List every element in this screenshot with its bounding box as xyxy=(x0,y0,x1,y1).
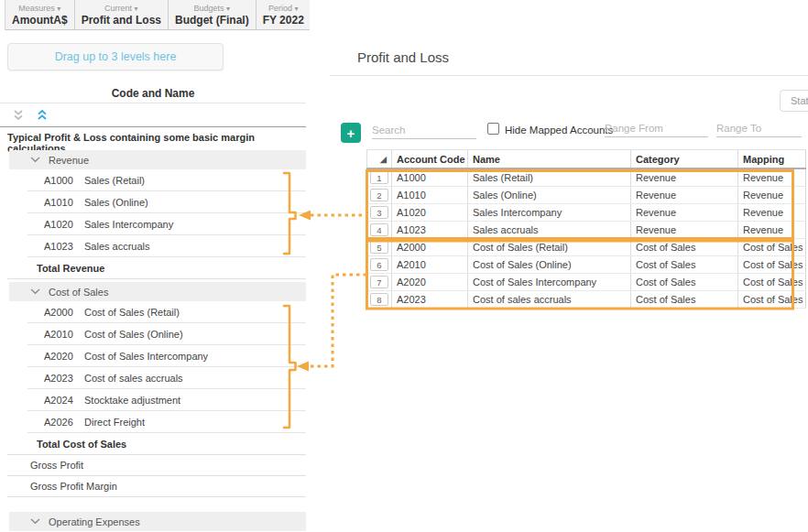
dropdown-arrow-icon: ▾ xyxy=(135,5,138,13)
table-row[interactable]: 3A1020Sales IntercompanyRevenueRevenue xyxy=(366,204,806,222)
account-code: A1010 xyxy=(44,197,73,208)
account-row[interactable]: A1020Sales Intercompany xyxy=(7,213,306,235)
account-code: A2024 xyxy=(44,395,73,406)
table-row[interactable]: 4A1023Sales accrualsRevenueRevenue xyxy=(366,222,806,239)
row-number: 2 xyxy=(370,189,388,201)
column-header-name[interactable]: Name xyxy=(468,150,631,168)
column-header-account-code[interactable]: Account Code▲ xyxy=(392,150,468,168)
section-row[interactable]: Operating Expenses xyxy=(9,512,306,531)
account-name: Sales (Retail) xyxy=(84,175,145,186)
row-number: 1 xyxy=(370,171,388,184)
table-row[interactable]: 1A1000Sales (Retail)RevenueRevenue xyxy=(366,169,806,187)
account-row[interactable]: A1000Sales (Retail) xyxy=(7,169,306,191)
row-number: 4 xyxy=(370,223,388,236)
account-row[interactable]: A1023Sales accruals xyxy=(7,235,306,257)
account-row[interactable]: A2023Cost of sales accruals xyxy=(7,367,306,389)
drag-levels-dropzone[interactable]: Drag up to 3 levels here xyxy=(7,43,224,71)
row-number-cell[interactable]: 7 xyxy=(366,274,392,290)
account-row[interactable]: A2024Stocktake adjustment xyxy=(7,389,306,411)
row-number: 7 xyxy=(370,276,388,288)
account-row[interactable]: A2010Cost of Sales (Online) xyxy=(7,323,306,345)
row-number-cell[interactable]: 1 xyxy=(366,169,392,186)
row-number-cell[interactable]: 8 xyxy=(366,291,392,308)
cell-name: Sales Intercompany xyxy=(468,204,631,221)
table-row[interactable]: 8A2023Cost of sales accrualsCost of Sale… xyxy=(366,291,806,309)
cell-name: Sales (Online) xyxy=(468,187,631,203)
hide-mapped-label: Hide Mapped Accounts xyxy=(505,125,613,136)
period-selector[interactable]: Period ▾ FY 2022 xyxy=(257,0,310,29)
statement-button[interactable]: Statement xyxy=(780,90,808,112)
total-row[interactable]: Total Cost of Sales xyxy=(7,433,306,455)
section-label: Revenue xyxy=(49,155,89,166)
expand-all-button[interactable] xyxy=(36,109,49,122)
range-from-input[interactable] xyxy=(605,119,708,137)
account-code: A2000 xyxy=(44,307,73,318)
row-number-cell[interactable]: 2 xyxy=(366,187,392,203)
account-row[interactable]: A2026Direct Freight xyxy=(7,411,306,433)
cell-name: Cost of Sales Intercompany xyxy=(468,274,631,290)
row-number-cell[interactable]: 6 xyxy=(366,256,392,273)
account-name: Cost of Sales (Online) xyxy=(84,329,183,340)
section-row[interactable]: Cost of Sales xyxy=(9,282,306,301)
cell-account-code: A1023 xyxy=(392,222,468,238)
cell-account-code: A2020 xyxy=(392,274,468,290)
table-row[interactable]: 2A1010Sales (Online)RevenueRevenue xyxy=(366,187,806,204)
account-row[interactable]: A2020Cost of Sales Intercompany xyxy=(7,345,306,367)
dropdown-arrow-icon: ▾ xyxy=(57,5,60,13)
collapse-all-button[interactable] xyxy=(12,109,25,122)
account-row[interactable]: A1010Sales (Online) xyxy=(7,191,306,213)
account-code: A2010 xyxy=(44,329,73,340)
measures-value: AmountA$ xyxy=(12,14,68,27)
current-selector[interactable]: Current ▾ Profit and Loss xyxy=(75,0,169,29)
cell-account-code: A1020 xyxy=(392,204,468,221)
cell-name: Sales accruals xyxy=(468,222,631,238)
cell-mapping: Cost of Sales xyxy=(738,274,806,290)
budgets-selector[interactable]: Budgets ▾ Budget (Final) xyxy=(169,0,257,29)
page-title: Profit and Loss xyxy=(357,49,449,65)
table-row[interactable]: 6A2010Cost of Sales (Online)Cost of Sale… xyxy=(366,256,806,274)
account-name: Cost of Sales Intercompany xyxy=(84,351,208,362)
measures-selector[interactable]: Measures ▾ AmountA$ xyxy=(5,0,75,29)
selector-bar: Measures ▾ AmountA$ Current ▾ Profit and… xyxy=(5,0,310,30)
period-value: FY 2022 xyxy=(263,14,304,27)
column-header-category[interactable]: Category xyxy=(631,150,738,168)
cell-mapping: Cost of Sales xyxy=(738,239,806,255)
row-number-cell[interactable]: 4 xyxy=(366,222,392,238)
dropzone-label: Drag up to 3 levels here xyxy=(55,50,177,63)
row-number-cell[interactable]: 3 xyxy=(366,204,392,221)
column-header-mapping[interactable]: Mapping xyxy=(738,150,806,168)
cell-mapping: Revenue xyxy=(738,187,806,203)
row-number: 5 xyxy=(370,241,388,254)
row-number: 8 xyxy=(370,293,388,306)
account-code: A2020 xyxy=(44,351,73,362)
account-name: Stocktake adjustment xyxy=(84,395,180,406)
row-number-cell[interactable]: 5 xyxy=(366,239,392,255)
cell-mapping: Revenue xyxy=(738,204,806,221)
account-name: Sales accruals xyxy=(84,241,150,252)
cell-name: Cost of sales accruals xyxy=(468,291,631,308)
hide-mapped-checkbox[interactable] xyxy=(487,123,499,135)
total-row[interactable]: Total Revenue xyxy=(7,257,306,279)
cell-account-code: A2010 xyxy=(392,256,468,273)
calc-row[interactable]: Gross Profit xyxy=(7,455,306,476)
account-code: A2026 xyxy=(44,417,73,428)
cell-account-code: A1010 xyxy=(392,187,468,203)
search-input[interactable] xyxy=(372,121,476,139)
range-to-input[interactable] xyxy=(716,119,802,137)
account-name: Cost of Sales (Retail) xyxy=(84,307,180,318)
add-account-button[interactable]: + xyxy=(341,123,361,143)
accounts-table: ◢ Account Code▲ Name Category Mapping 1A… xyxy=(366,149,806,309)
cell-name: Sales (Retail) xyxy=(468,169,631,186)
mapping-screen: Measures ▾ AmountA$ Current ▾ Profit and… xyxy=(0,0,808,532)
select-all-corner[interactable]: ◢ xyxy=(366,150,392,168)
section-row[interactable]: Revenue xyxy=(9,150,306,169)
accounts-table-body: 1A1000Sales (Retail)RevenueRevenue2A1010… xyxy=(366,169,806,309)
double-chevron-up-icon xyxy=(36,109,49,122)
calc-row[interactable]: Gross Profit Margin xyxy=(7,476,306,497)
table-row[interactable]: 7A2020Cost of Sales IntercompanyCost of … xyxy=(366,274,806,291)
table-row[interactable]: 5A2000Cost of Sales (Retail)Cost of Sale… xyxy=(366,239,806,256)
account-row[interactable]: A2000Cost of Sales (Retail) xyxy=(7,301,306,323)
period-label: Period xyxy=(268,4,292,13)
cell-mapping: Cost of Sales xyxy=(738,256,806,273)
cell-account-code: A2000 xyxy=(392,239,468,255)
